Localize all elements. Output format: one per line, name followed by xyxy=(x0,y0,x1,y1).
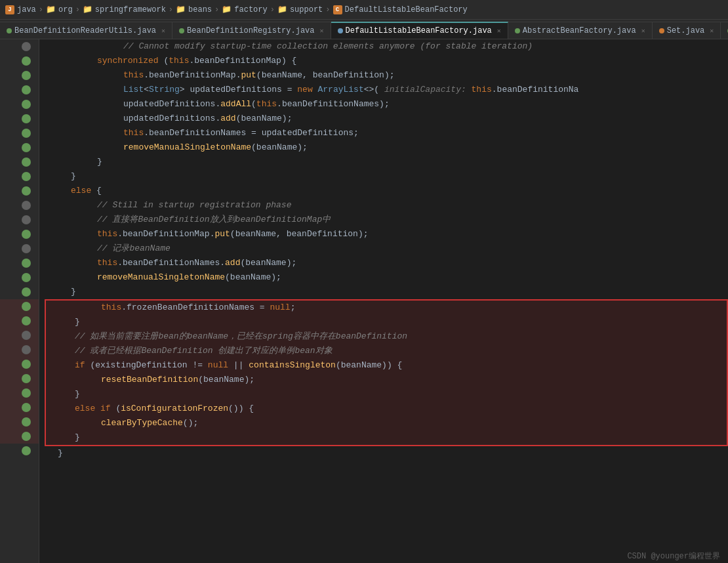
breadcrumb-item-class[interactable]: C DefaultListableBeanFactory xyxy=(333,5,468,14)
class-icon: C xyxy=(333,5,342,14)
gutter-line xyxy=(0,270,39,285)
gutter-line-highlighted xyxy=(0,357,39,371)
code-line-26: else if (isConfigurationFrozen()) { xyxy=(46,402,727,416)
gutter-line xyxy=(0,39,39,54)
breakpoint-icon[interactable] xyxy=(22,388,31,398)
tab-abstract-bea[interactable]: AbstractBea... ✕ xyxy=(721,22,728,39)
gutter-line xyxy=(0,184,39,198)
code-line-16: this.beanDefinitionNames.add(beanName); xyxy=(45,256,728,270)
tab-close-icon[interactable]: ✕ xyxy=(641,27,645,35)
watermark: CSDN @younger编程世界 xyxy=(619,549,728,563)
breadcrumb: J java › 📁 org › 📁 springframework › 📁 b… xyxy=(5,5,468,14)
breakpoint-icon[interactable] xyxy=(22,374,31,383)
code-line-14: this.beanDefinitionMap.put(beanName, bea… xyxy=(45,227,728,241)
code-line-18: } xyxy=(45,285,728,299)
tab-close-icon[interactable]: ✕ xyxy=(161,27,165,35)
tab-bar: BeanDefinitionReaderUtils.java ✕ BeanDef… xyxy=(0,20,728,39)
code-line-6: updatedDefinitions.add(beanName); xyxy=(45,112,728,126)
gutter-line-highlighted xyxy=(0,415,39,429)
breakpoint-icon[interactable] xyxy=(22,345,31,354)
breakpoint-icon[interactable] xyxy=(22,287,31,297)
breakpoint-icon[interactable] xyxy=(22,71,31,80)
breadcrumb-item-org[interactable]: 📁 org xyxy=(46,5,73,14)
code-line-12: // Still in startup registration phase xyxy=(45,198,728,213)
breakpoint-icon[interactable] xyxy=(22,201,31,210)
tab-bean-registry[interactable]: BeanDefinitionRegistry.java ✕ xyxy=(172,22,331,39)
gutter-line xyxy=(0,140,39,155)
gutter-line xyxy=(0,444,39,458)
breakpoint-icon[interactable] xyxy=(22,244,31,253)
folder-springframework-icon: 📁 xyxy=(83,5,92,14)
breakpoint-icon[interactable] xyxy=(22,432,31,441)
code-line-4: List<String> updatedDefinitions = new Ar… xyxy=(45,83,728,97)
gutter-line-highlighted xyxy=(0,343,39,357)
breakpoint-icon[interactable] xyxy=(22,446,31,455)
gutter-line-highlighted xyxy=(0,400,39,415)
breadcrumb-item-support[interactable]: 📁 support xyxy=(277,5,323,14)
breakpoint-icon[interactable] xyxy=(22,360,31,369)
breakpoint-icon[interactable] xyxy=(22,316,31,325)
code-line-3: this.beanDefinitionMap.put(beanName, bea… xyxy=(45,68,728,83)
code-content[interactable]: // Cannot modify startup-time collection… xyxy=(39,39,728,563)
gutter-line xyxy=(0,285,39,299)
tab-set[interactable]: Set.java ✕ xyxy=(653,22,721,39)
code-line-8: removeManualSingletonName(beanName); xyxy=(45,140,728,155)
breakpoint-icon[interactable] xyxy=(22,143,31,152)
gutter-line-highlighted xyxy=(0,314,39,328)
code-line-13: // 直接将BeanDefinition放入到beanDefinitionMap… xyxy=(45,213,728,227)
gutter-line xyxy=(0,155,39,169)
gutter-line-highlighted xyxy=(0,429,39,444)
gutter-line xyxy=(0,169,39,184)
breakpoint-icon[interactable] xyxy=(22,403,31,412)
gutter-line xyxy=(0,213,39,227)
gutter-line xyxy=(0,68,39,83)
code-line-30 xyxy=(45,461,728,475)
gutter-line xyxy=(0,97,39,112)
breakpoint-icon[interactable] xyxy=(22,56,31,66)
tab-close-icon[interactable]: ✕ xyxy=(320,27,324,35)
breakpoint-icon[interactable] xyxy=(22,259,31,268)
breadcrumb-bar: J java › 📁 org › 📁 springframework › 📁 b… xyxy=(0,0,728,20)
folder-org-icon: 📁 xyxy=(46,5,56,14)
breakpoint-icon[interactable] xyxy=(22,215,31,224)
code-line-29: } xyxy=(45,446,728,461)
code-line-19: this.frozenBeanDefinitionNames = null; xyxy=(46,301,727,315)
gutter-line-highlighted xyxy=(0,386,39,400)
gutter-line xyxy=(0,126,39,140)
breadcrumb-item-java[interactable]: J java xyxy=(5,5,36,14)
folder-support-icon: 📁 xyxy=(277,5,287,14)
breakpoint-icon[interactable] xyxy=(22,417,31,427)
gutter-line-highlighted xyxy=(0,371,39,386)
gutter-line-highlighted xyxy=(0,328,39,343)
breakpoint-icon[interactable] xyxy=(22,100,31,109)
breakpoint-icon[interactable] xyxy=(22,273,31,282)
breadcrumb-item-beans[interactable]: 📁 beans xyxy=(176,5,212,14)
breakpoint-icon[interactable] xyxy=(22,172,31,181)
tab-close-icon[interactable]: ✕ xyxy=(497,27,501,35)
code-line-5: updatedDefinitions.addAll(this.beanDefin… xyxy=(45,97,728,112)
breakpoint-icon[interactable] xyxy=(22,114,31,123)
breakpoint-icon[interactable] xyxy=(22,129,31,138)
breadcrumb-item-factory[interactable]: 📁 factory xyxy=(222,5,267,14)
breakpoint-icon[interactable] xyxy=(22,42,31,51)
code-line-23: if (existingDefinition != null || contai… xyxy=(46,358,727,373)
gutter-line xyxy=(0,112,39,126)
breakpoint-icon[interactable] xyxy=(22,302,31,311)
tab-close-icon[interactable]: ✕ xyxy=(710,27,714,35)
breakpoint-icon[interactable] xyxy=(22,230,31,239)
tab-bean-reader-utils[interactable]: BeanDefinitionReaderUtils.java ✕ xyxy=(0,22,172,39)
code-line-9: } xyxy=(45,155,728,169)
tab-abstract-bean-factory[interactable]: AbstractBeanFactory.java ✕ xyxy=(508,22,653,39)
gutter-line xyxy=(0,256,39,270)
breakpoint-icon[interactable] xyxy=(22,157,31,167)
breakpoint-icon[interactable] xyxy=(22,186,31,196)
code-line-21: // 如果当前需要注册bean的beanName，已经在spring容器中存在b… xyxy=(46,329,727,344)
breakpoint-icon[interactable] xyxy=(22,85,31,94)
breadcrumb-item-springframework[interactable]: 📁 springframework xyxy=(83,5,166,14)
gutter-line xyxy=(0,198,39,213)
gutter-line xyxy=(0,83,39,97)
tab-default-listable[interactable]: DefaultListableBeanFactory.java ✕ xyxy=(331,22,508,39)
watermark-text: CSDN @younger编程世界 xyxy=(627,552,720,561)
code-area: // Cannot modify startup-time collection… xyxy=(0,39,728,563)
breakpoint-icon[interactable] xyxy=(22,331,31,340)
